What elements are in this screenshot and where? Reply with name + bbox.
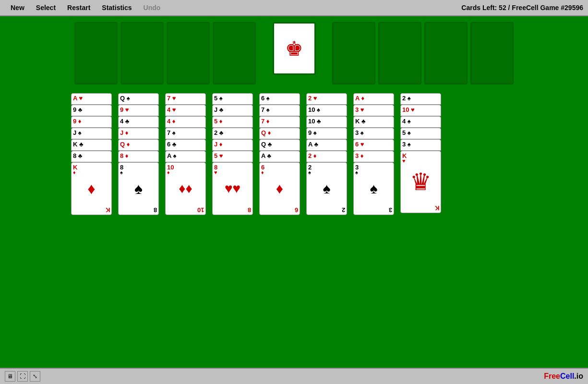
undo-menu: Undo (138, 2, 167, 13)
monitor-icon[interactable]: 🖥 (5, 371, 15, 382)
freecell-group (74, 22, 256, 84)
card-Q-spades[interactable]: Q ♠ (118, 93, 159, 105)
freecell-3[interactable] (167, 22, 210, 84)
card-4-clubs[interactable]: 4 ♣ (118, 116, 159, 128)
card-A-clubs[interactable]: A ♣ (259, 151, 300, 162)
card-7-spades-col5[interactable]: 7 ♠ (259, 105, 300, 116)
freecell-1[interactable] (74, 22, 118, 84)
card-10-clubs[interactable]: 10 ♣ (306, 116, 347, 128)
freecell-2[interactable] (120, 22, 164, 84)
card-K-clubs[interactable]: K ♣ (71, 139, 112, 151)
card-2-spades[interactable]: 2 ♠ ♠ 2 (306, 162, 347, 215)
king-hearts-icon: ♛ (410, 168, 432, 196)
card-10-hearts[interactable]: 10 ♥ (400, 105, 441, 116)
foundation-4[interactable] (470, 22, 514, 84)
card-3-spades-col8[interactable]: 3 ♠ (400, 139, 441, 151)
card-A-diamonds[interactable]: A ♦ (353, 93, 394, 105)
card-J-diamonds[interactable]: J ♦ (118, 128, 159, 139)
column-7: A ♦ 3 ♥ K ♣ 3 ♠ 6 ♥ 3 ♦ 3 ♠ ♠ 3 (353, 93, 396, 218)
card-5-spades-col8[interactable]: 5 ♠ (400, 128, 441, 139)
bottom-icons: 🖥 ⛶ ⤡ (5, 371, 40, 382)
statistics-menu[interactable]: Statistics (96, 2, 137, 13)
card-10-spades[interactable]: 10 ♠ (306, 105, 347, 116)
restart-menu[interactable]: Restart (61, 2, 96, 13)
card-5-hearts[interactable]: 5 ♥ (212, 151, 253, 162)
card-8-spades[interactable]: 8 ♠ ♠ 8 (118, 162, 159, 215)
card-2-spades-col8[interactable]: 2 ♠ (400, 93, 441, 105)
brand-logo: FreeCell.io (544, 372, 583, 381)
king-card-freecell[interactable]: ♚ (273, 22, 316, 75)
columns-area: A ♥ 9 ♣ 9 ♦ J ♠ K ♣ 8 ♣ K ♦ ♦ K Q ♠ 9 ♥ … (0, 93, 588, 218)
card-9-clubs[interactable]: 9 ♣ (71, 105, 112, 116)
card-2-diamonds[interactable]: 2 ♦ (306, 151, 347, 162)
card-4-spades[interactable]: 4 ♠ (400, 116, 441, 128)
card-Q-clubs[interactable]: Q ♣ (259, 139, 300, 151)
column-4: 5 ♠ J ♣ 5 ♦ 2 ♣ J ♦ 5 ♥ 8 ♥ ♥♥ 8 (212, 93, 255, 218)
card-J-clubs[interactable]: J ♣ (212, 105, 253, 116)
expand-icon[interactable]: ⛶ (17, 371, 28, 382)
card-3-spades-col7[interactable]: 3 ♠ (353, 128, 394, 139)
card-Q-diamonds-col5[interactable]: Q ♦ (259, 128, 300, 139)
select-menu[interactable]: Select (30, 2, 61, 13)
foundation-3[interactable] (424, 22, 468, 84)
card-9-diamonds[interactable]: 9 ♦ (71, 116, 112, 128)
freecell-4[interactable] (213, 22, 256, 84)
card-10-diamonds[interactable]: 10 ♦ ♦♦ 10 (165, 162, 206, 215)
card-7-spades[interactable]: 7 ♠ (165, 128, 206, 139)
brand-free: Free (544, 372, 560, 380)
column-2: Q ♠ 9 ♥ 4 ♣ J ♦ Q ♦ 8 ♦ 8 ♠ ♠ 8 (118, 93, 161, 218)
card-9-spades[interactable]: 9 ♠ (306, 128, 347, 139)
card-6-clubs[interactable]: 6 ♣ (165, 139, 206, 151)
card-A-clubs-col6[interactable]: A ♣ (306, 139, 347, 151)
new-menu[interactable]: New (5, 2, 30, 13)
card-6-hearts[interactable]: 6 ♥ (353, 139, 394, 151)
card-J-spades[interactable]: J ♠ (71, 128, 112, 139)
bottom-bar: 🖥 ⛶ ⤡ FreeCell.io (0, 368, 588, 384)
card-5-spades[interactable]: 5 ♠ (212, 93, 253, 105)
fullscreen-icon[interactable]: ⤡ (30, 371, 40, 382)
card-J-diamonds-col4[interactable]: J ♦ (212, 139, 253, 151)
king-icon: ♚ (285, 37, 303, 60)
card-4-hearts[interactable]: 4 ♥ (165, 105, 206, 116)
card-Q-diamonds[interactable]: Q ♦ (118, 139, 159, 151)
card-K-clubs-col7[interactable]: K ♣ (353, 116, 394, 128)
menubar: New Select Restart Statistics Undo Cards… (0, 0, 588, 16)
center-area: ♚ (260, 22, 328, 75)
game-status: Cards Left: 52 / FreeCell Game #29596 (461, 4, 583, 12)
column-8: 2 ♠ 10 ♥ 4 ♠ 5 ♠ 3 ♠ K ♥ ♛ K (400, 93, 444, 218)
card-2-hearts[interactable]: 2 ♥ (306, 93, 347, 105)
card-9-hearts[interactable]: 9 ♥ (118, 105, 159, 116)
card-6-diamonds[interactable]: 6 ♦ ♦ 6 (259, 162, 300, 215)
brand-cell: Cell (560, 372, 574, 380)
column-6: 2 ♥ 10 ♠ 10 ♣ 9 ♠ A ♣ 2 ♦ 2 ♠ ♠ 2 (306, 93, 349, 218)
card-A-spades-col3[interactable]: A ♠ (165, 151, 206, 162)
top-area: ♚ (0, 16, 588, 98)
foundation-1[interactable] (332, 22, 375, 84)
foundation-group (332, 22, 514, 84)
column-1: A ♥ 9 ♣ 9 ♦ J ♠ K ♣ 8 ♣ K ♦ ♦ K (71, 93, 114, 218)
card-8-hearts[interactable]: 8 ♥ ♥♥ 8 (212, 162, 253, 215)
card-2-clubs[interactable]: 2 ♣ (212, 128, 253, 139)
card-5-diamonds[interactable]: 5 ♦ (212, 116, 253, 128)
card-7-diamonds[interactable]: 7 ♦ (259, 116, 300, 128)
card-3-hearts[interactable]: 3 ♥ (353, 105, 394, 116)
brand-io: .io (574, 372, 583, 380)
card-6-spades[interactable]: 6 ♠ (259, 93, 300, 105)
column-5: 6 ♠ 7 ♠ 7 ♦ Q ♦ Q ♣ A ♣ 6 ♦ ♦ 6 (259, 93, 302, 218)
game-area: ♚ A ♥ 9 ♣ 9 ♦ J ♠ K ♣ 8 ♣ K ♦ ♦ K (0, 16, 588, 384)
foundation-2[interactable] (378, 22, 421, 84)
card-3-spades-bottom[interactable]: 3 ♠ ♠ 3 (353, 162, 394, 215)
card-A-spades[interactable]: A ♥ (71, 93, 112, 105)
card-8-diamonds-col2[interactable]: 8 ♦ (118, 151, 159, 162)
card-7-hearts[interactable]: 7 ♥ (165, 93, 206, 105)
card-K-hearts[interactable]: K ♥ ♛ K (400, 151, 441, 213)
column-3: 7 ♥ 4 ♥ 4 ♦ 7 ♠ 6 ♣ A ♠ 10 ♦ ♦♦ 10 (165, 93, 208, 218)
card-4-diamonds[interactable]: 4 ♦ (165, 116, 206, 128)
card-K-diamonds[interactable]: K ♦ ♦ K (71, 162, 112, 215)
card-3-diamonds[interactable]: 3 ♦ (353, 151, 394, 162)
card-8-clubs[interactable]: 8 ♣ (71, 151, 112, 162)
